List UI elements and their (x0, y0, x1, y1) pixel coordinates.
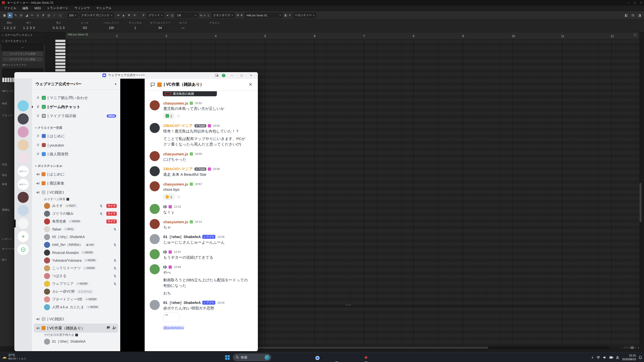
channel-| はじめに[interactable]: | はじめに (34, 170, 118, 179)
avatar[interactable] (44, 250, 50, 256)
avatar[interactable] (150, 204, 160, 214)
discord-icon[interactable] (333, 354, 340, 361)
voice-member-ウェブマニア[interactable]: ウェブマニア⚡WEBM (32, 280, 120, 288)
server-icon-text-6[interactable]: カサーノ (18, 179, 29, 190)
battery-icon[interactable] (609, 356, 613, 359)
add-reaction-button[interactable]: ☺ (176, 113, 181, 119)
part-selector-field[interactable]: HALion Sonic 01▾ (245, 13, 283, 18)
length-quantize-field[interactable]: クオンタイズにリンク▾ (79, 13, 114, 18)
hidden-icons-chevron[interactable]: ∧ (591, 356, 594, 359)
server-icon-text-5[interactable]: カサーノ (18, 166, 29, 177)
menu-編集[interactable]: 編集 (20, 6, 31, 11)
message-author[interactable]: 01［!shw］ShabeleA (163, 235, 201, 239)
message-author[interactable]: chasyumen.js (163, 152, 188, 156)
avatar[interactable] (150, 234, 160, 244)
autoscroll-icon[interactable]: ⇥ (115, 13, 120, 18)
invite-icon[interactable] (112, 326, 116, 330)
voice-member-人間 a.k.a. カニたま[interactable]: 人間 a.k.a. カニたま⚡WEBM (32, 303, 120, 311)
menu-トランスポート[interactable]: トランスポート (44, 6, 71, 11)
avatar[interactable] (44, 203, 50, 209)
discord-maximize-button[interactable]: □ (237, 73, 246, 78)
snap-type-field[interactable]: グリッド▾ (147, 13, 164, 18)
discord-close-button[interactable]: × (247, 73, 255, 78)
panel-header-スケールアシスタント[interactable]: ▾スケールアシスタント (0, 32, 45, 38)
avatar[interactable] (44, 257, 50, 263)
vertical-scrollbar[interactable] (639, 40, 642, 346)
line-tool-icon[interactable]: ∕ (52, 13, 57, 18)
avatar[interactable] (44, 265, 50, 271)
avatar[interactable] (44, 289, 50, 295)
avatar[interactable] (44, 242, 50, 248)
chord-value[interactable]: -- (2, 44, 44, 51)
pip-icon[interactable] (214, 73, 220, 78)
avatar[interactable] (150, 100, 160, 110)
color-tool-icon-1[interactable]: ✦ (288, 14, 291, 17)
daw-maximize-button[interactable]: □ (634, 1, 636, 5)
part-edit-icon-0[interactable]: ⊞ (236, 14, 239, 17)
start-button[interactable] (225, 355, 230, 360)
message-author[interactable]: chasyumen.js (163, 220, 188, 224)
reaction-check[interactable]: ✓1 (163, 113, 174, 119)
copilot-icon[interactable] (274, 354, 281, 361)
panel-item-レガート[interactable]: レガート (2, 237, 12, 241)
server-icon-7[interactable] (18, 192, 29, 203)
length-q-icon[interactable]: L (207, 14, 210, 17)
channel-| マイクラ掲示板[interactable]: #⚒| マイクラ掲示板1New (34, 111, 118, 120)
avatar[interactable] (150, 151, 160, 161)
cubase-icon[interactable] (363, 354, 369, 361)
avatar[interactable] (44, 234, 50, 240)
menu-ファイル[interactable]: ファイル (2, 6, 19, 11)
file-explorer-icon[interactable] (284, 354, 291, 361)
avatar[interactable] (44, 281, 50, 287)
setup-right-zone-icon[interactable]: ◨ (637, 13, 642, 18)
snap-icon[interactable]: ✗ (142, 14, 145, 17)
nudge-down-icon[interactable]: ▼ (127, 13, 132, 18)
open-chat-icon[interactable] (106, 326, 110, 330)
server-icon-2[interactable] (18, 126, 29, 138)
panel-item-新規[interactable]: 新規 (2, 183, 7, 186)
voice-member-つばさる[interactable]: つばさる (32, 272, 120, 280)
object-selection-tool-icon[interactable]: ▸ (8, 13, 13, 18)
channel-| マニア鯖お問い合わせ[interactable]: #✓| マニア鯖お問い合わせ (34, 93, 118, 102)
chat-close-icon[interactable]: ✕ (249, 82, 252, 87)
channel-| 個人開発勢[interactable]: #| 個人開発勢 (34, 150, 118, 159)
window-zones-icon[interactable]: ▣ (2, 13, 7, 18)
button-コードトラックを追加[interactable]: コードトラックを追加 (2, 51, 43, 56)
add-server-button[interactable]: + (18, 231, 29, 242)
volume-icon[interactable] (603, 356, 607, 359)
timeline-ruler[interactable]: HALion Sonic 01 23456789101112 (66, 32, 639, 40)
avatar[interactable] (150, 300, 160, 310)
server-icon-3[interactable] (18, 140, 29, 151)
iterative-quantize-icon-1[interactable]: e (203, 14, 206, 17)
message-author[interactable]: ZIBACIO²-マニア (163, 123, 193, 128)
ime-indicator[interactable]: あ (616, 355, 619, 360)
category-ボイスチャンネル[interactable]: ∨ボイスチャンネル (32, 162, 120, 170)
playback-tool-icon[interactable]: ◁ (57, 13, 62, 18)
iterative-quantize-icon-0[interactable]: % (199, 14, 203, 17)
search-box[interactable]: 検索 (233, 354, 271, 361)
edge-icon[interactable] (294, 354, 301, 361)
panel-item-最適化[interactable]: 最適化 (2, 208, 10, 212)
avatar[interactable] (150, 249, 160, 259)
menu-ウィンドウ[interactable]: ウィンドウ (72, 6, 92, 11)
message-author[interactable]: ZIBACIO²-マニア (163, 167, 193, 171)
zoom-controls[interactable]: – + (620, 346, 639, 349)
glue-tool-icon[interactable]: ∪ (35, 13, 40, 18)
ruler-options-button[interactable] (633, 33, 637, 37)
nudge-up-icon[interactable]: ▲ (121, 13, 126, 18)
voice-member-intel_fan（Nihilist）[interactable]: intel_fan（Nihilist）◉intel (32, 241, 120, 249)
server-icon-8[interactable] (18, 205, 29, 216)
panel-item-終了[interactable]: 終了 (2, 258, 7, 262)
message-author[interactable]: ゆ (163, 204, 167, 209)
category-クリエイター交流[interactable]: ∨クリエイター交流 (32, 124, 120, 131)
menu-MIDI[interactable]: MIDI (32, 6, 43, 11)
message-author[interactable]: 01［!shw］ShabeleA (163, 300, 201, 305)
setup-lower-zone-icon[interactable]: ⊟ (630, 13, 635, 18)
panel-item-半音[interactable]: 半音 (2, 163, 7, 166)
message-author[interactable]: ゆ (163, 250, 167, 254)
server-icon-4[interactable] (18, 153, 29, 164)
avatar[interactable] (150, 264, 160, 274)
voice-member-Yukiwara/Yukiwara[interactable]: Yukiwara/Yukiwara⚡WEBM (32, 256, 120, 264)
message-author[interactable]: chasyumen.js (163, 101, 188, 105)
weather-widget[interactable]: ☁ 27°C 晴れ時々くもり (2, 353, 26, 360)
